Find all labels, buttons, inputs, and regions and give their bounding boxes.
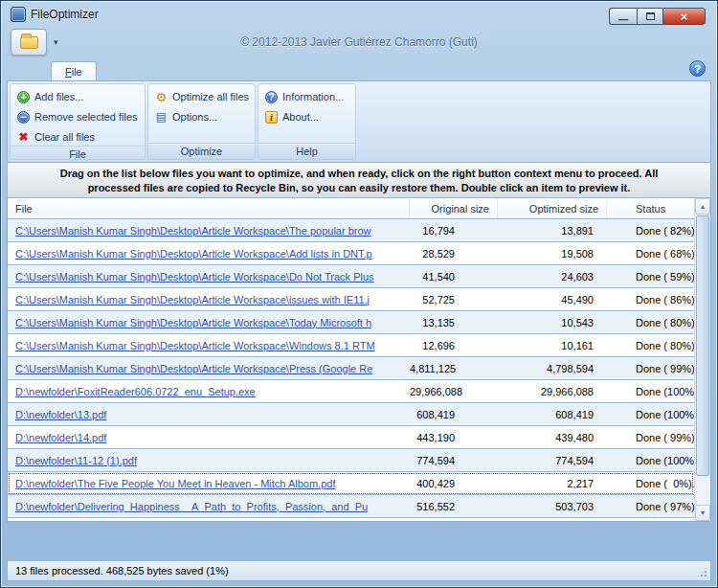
original-size-cell: 400,429 [410, 478, 498, 489]
help-icon: ? [694, 63, 701, 75]
table-row[interactable]: D:\newfolder\11-12 (1).pdf 774,594 774,5… [8, 449, 694, 472]
resize-grip[interactable] [696, 566, 708, 578]
about-icon: i [265, 111, 278, 124]
optimize-all-files-button[interactable]: ⚙ Optimize all files [153, 88, 250, 105]
file-list: File Original size Optimized size Status… [7, 198, 711, 522]
tab-file[interactable]: File [51, 61, 97, 80]
file-table-header: File Original size Optimized size Status [8, 198, 694, 219]
app-icon [11, 7, 26, 22]
app-window: FileOptimizer — × © 2012-2013 Javier Gut… [0, 0, 718, 588]
scroll-up-icon: ▲ [700, 203, 707, 210]
column-header-status[interactable]: Status [607, 198, 694, 218]
file-link[interactable]: C:\Users\Manish Kumar Singh\Desktop\Arti… [15, 340, 375, 351]
file-cell: D:\newfolder\13.pdf [8, 409, 410, 420]
table-row[interactable]: C:\Users\Manish Kumar Singh\Desktop\Arti… [8, 288, 694, 311]
information-icon: ? [265, 91, 278, 103]
remove-selected-files-button[interactable]: − Remove selected files [15, 108, 140, 125]
file-link[interactable]: C:\Users\Manish Kumar Singh\Desktop\Arti… [15, 225, 371, 237]
table-row[interactable]: C:\Users\Manish Kumar Singh\Desktop\Arti… [8, 311, 694, 334]
optimize-label: Optimize all files [172, 91, 249, 102]
original-size-cell: 13,135 [410, 317, 498, 328]
optimized-size-cell: 10,161 [498, 340, 607, 351]
status-bar: 13 files processed. 468,525 bytes saved … [7, 560, 711, 581]
file-link[interactable]: D:\newfolder\13.pdf [15, 409, 106, 420]
optimized-size-cell: 608,419 [498, 409, 607, 420]
optimized-size-cell: 19,508 [498, 248, 607, 260]
minimize-icon: — [618, 14, 628, 25]
ribbon-group-help: ? Information... i About... Help [258, 83, 356, 160]
file-cell: C:\Users\Manish Kumar Singh\Desktop\Arti… [8, 340, 410, 351]
table-row[interactable]: C:\Users\Manish Kumar Singh\Desktop\Arti… [8, 357, 694, 380]
table-row[interactable]: C:\Users\Manish Kumar Singh\Desktop\Arti… [8, 334, 694, 357]
file-cell: C:\Users\Manish Kumar Singh\Desktop\Arti… [8, 294, 410, 305]
status-cell: Done ( 86%). [607, 294, 698, 305]
column-header-file[interactable]: File [8, 198, 410, 218]
file-link[interactable]: C:\Users\Manish Kumar Singh\Desktop\Arti… [15, 271, 374, 283]
options-label: Options... [172, 111, 217, 123]
maximize-button[interactable] [637, 8, 662, 25]
about-label: About... [282, 111, 319, 123]
optimized-size-cell: 13,891 [498, 225, 607, 237]
file-link[interactable]: D:\newfolder\FoxitReader606.0722_enu_Set… [15, 386, 256, 397]
file-link[interactable]: D:\newfolder\11-12 (1).pdf [15, 455, 137, 466]
close-button[interactable]: × [662, 8, 706, 25]
file-link[interactable]: C:\Users\Manish Kumar Singh\Desktop\Arti… [15, 294, 370, 305]
file-cell: C:\Users\Manish Kumar Singh\Desktop\Arti… [8, 225, 410, 237]
file-cell: D:\newfolder\Delivering_Happiness__A_Pat… [8, 501, 410, 512]
scroll-down-icon: ▼ [700, 509, 707, 516]
file-link[interactable]: D:\newfolder\Delivering_Happiness__A_Pat… [15, 501, 368, 512]
file-cell: C:\Users\Manish Kumar Singh\Desktop\Arti… [8, 317, 410, 328]
about-button[interactable]: i About... [263, 108, 350, 125]
optimized-size-cell: 29,966,088 [498, 386, 607, 397]
column-header-original-size[interactable]: Original size [410, 198, 498, 218]
original-size-cell: 28,529 [410, 248, 498, 260]
table-row[interactable]: C:\Users\Manish Kumar Singh\Desktop\Arti… [8, 242, 694, 265]
titlebar[interactable]: FileOptimizer — × [7, 1, 711, 28]
optimized-size-cell: 439,480 [498, 432, 607, 443]
scroll-up-button[interactable]: ▲ [695, 198, 710, 215]
status-cell: Done ( 0%). [607, 478, 695, 489]
table-row[interactable]: D:\newfolder\FoxitReader606.0722_enu_Set… [8, 380, 694, 403]
quick-access-row: © 2012-2013 Javier Gutiérrez Chamorro (G… [7, 28, 711, 57]
file-link[interactable]: C:\Users\Manish Kumar Singh\Desktop\Arti… [15, 363, 372, 374]
clear-all-files-button[interactable]: ✖ Clear all files [15, 128, 140, 146]
original-size-cell: 16,794 [410, 225, 498, 237]
original-size-cell: 52,725 [410, 294, 498, 305]
instructions-text: Drag on the list below files you want to… [7, 163, 711, 198]
original-size-cell: 608,419 [410, 409, 498, 420]
file-link[interactable]: C:\Users\Manish Kumar Singh\Desktop\Arti… [15, 248, 372, 260]
information-button[interactable]: ? Information... [263, 88, 350, 105]
status-cell: Done ( 59%). [607, 271, 698, 283]
scroll-down-button[interactable]: ▼ [695, 505, 710, 521]
tab-file-accesskey: F [65, 66, 72, 78]
help-button[interactable]: ? [689, 60, 706, 77]
vertical-scrollbar[interactable]: ▲ ▼ [694, 198, 710, 521]
remove-files-icon: − [17, 111, 30, 124]
file-link[interactable]: D:\newfolder\The Five People You Meet in… [15, 478, 335, 489]
client-filler [7, 522, 711, 560]
close-icon: × [681, 10, 688, 24]
table-row[interactable]: D:\newfolder\Delivering_Happiness__A_Pat… [8, 495, 694, 518]
options-button[interactable]: ▤ Options... [153, 108, 250, 125]
scrollbar-thumb[interactable] [696, 215, 709, 476]
status-cell: Done (100%). [607, 455, 701, 466]
file-link[interactable]: C:\Users\Manish Kumar Singh\Desktop\Arti… [15, 317, 371, 328]
minimize-button[interactable]: — [609, 8, 637, 25]
status-cell: Done (100%). [607, 386, 701, 397]
tab-file-label: ile [72, 66, 82, 78]
file-cell: D:\newfolder\The Five People You Meet in… [8, 478, 410, 489]
table-row[interactable]: D:\newfolder\The Five People You Meet in… [8, 472, 694, 495]
clear-files-icon: ✖ [17, 131, 30, 144]
table-row[interactable]: C:\Users\Manish Kumar Singh\Desktop\Arti… [8, 265, 694, 288]
table-row[interactable]: C:\Users\Manish Kumar Singh\Desktop\Arti… [8, 219, 694, 242]
original-size-cell: 12,696 [410, 340, 498, 351]
optimized-size-cell: 2,217 [498, 478, 607, 489]
column-header-optimized-size[interactable]: Optimized size [498, 198, 607, 218]
ribbon-group-optimize: ⚙ Optimize all files ▤ Options... Optimi… [147, 83, 256, 160]
file-link[interactable]: D:\newfolder\14.pdf [15, 432, 106, 443]
status-bar-text: 13 files processed. 468,525 bytes saved … [15, 565, 229, 577]
file-cell: C:\Users\Manish Kumar Singh\Desktop\Arti… [8, 248, 410, 260]
table-row[interactable]: D:\newfolder\13.pdf 608,419 608,419 Done… [8, 403, 694, 426]
table-row[interactable]: D:\newfolder\14.pdf 443,190 439,480 Done… [8, 426, 694, 449]
add-files-button[interactable]: + Add files... [15, 88, 140, 105]
